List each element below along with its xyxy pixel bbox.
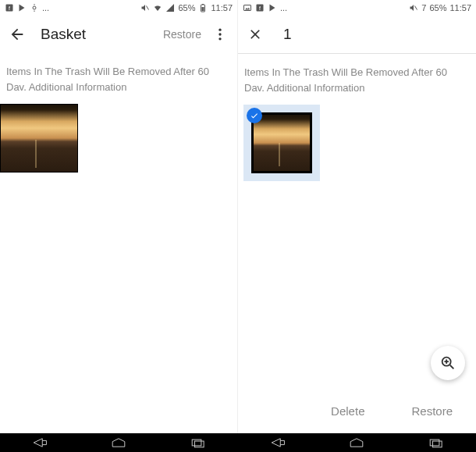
svg-marker-2: [20, 5, 25, 12]
svg-rect-25: [195, 441, 204, 447]
svg-marker-7: [166, 4, 174, 12]
svg-point-13: [218, 37, 221, 40]
svg-point-3: [33, 6, 36, 9]
mute-icon: [409, 3, 418, 12]
screen-basket: f ... 65% 11:57 Basket Restore: [0, 0, 238, 433]
status-extra: 7: [421, 3, 426, 12]
screen-selection: f ... 7 65% 11:57 1 Items In The Trash W…: [238, 0, 476, 433]
mute-icon: [140, 3, 150, 12]
svg-text:f: f: [9, 5, 10, 11]
weather-icon: [30, 3, 39, 12]
picture-icon: [243, 3, 252, 12]
time-text: 11:57: [211, 3, 233, 12]
status-left-icons: f ...: [5, 3, 49, 12]
svg-line-19: [415, 6, 417, 10]
play-store-icon: [17, 3, 27, 12]
svg-rect-27: [433, 441, 442, 447]
svg-point-12: [218, 33, 221, 35]
status-bar: f ... 65% 11:57: [0, 0, 237, 16]
status-bar: f ... 7 65% 11:57: [238, 0, 476, 16]
more-vert-icon[interactable]: [209, 23, 231, 45]
bottom-action-bar: Delete Restore: [238, 404, 476, 418]
status-more: ...: [42, 3, 49, 12]
svg-rect-26: [430, 440, 439, 446]
trash-info-line2: Dav. Additional Information: [244, 80, 470, 96]
app-bar: Basket Restore: [0, 16, 237, 53]
wifi-icon: [153, 3, 162, 12]
svg-rect-24: [192, 440, 201, 446]
svg-rect-10: [202, 4, 204, 5]
status-more: ...: [280, 3, 287, 12]
nav-home-icon[interactable]: [346, 437, 367, 448]
trash-info-line1: Items In The Trash Will Be Removed After…: [244, 65, 470, 80]
battery-text: 65%: [429, 3, 446, 12]
play-store-icon: [268, 3, 277, 12]
status-right: 65% 11:57: [140, 3, 233, 12]
svg-line-6: [147, 6, 149, 10]
selection-count: 1: [283, 26, 292, 43]
svg-text:f: f: [259, 5, 261, 11]
zoom-in-icon[interactable]: [431, 346, 465, 380]
trash-info: Items In The Trash Will Be Removed After…: [0, 53, 237, 98]
svg-line-21: [450, 365, 454, 369]
check-icon: [247, 108, 262, 123]
facebook-icon: f: [5, 3, 14, 12]
back-arrow-icon[interactable]: [6, 23, 28, 45]
selection-app-bar: 1: [238, 16, 476, 53]
trash-info-line1: Items In The Trash Will Be Removed After…: [6, 64, 231, 80]
svg-marker-15: [245, 8, 250, 10]
nav-recent-icon[interactable]: [188, 437, 208, 448]
signal-icon: [165, 3, 175, 12]
photo-thumbnail-selected[interactable]: [243, 105, 320, 181]
nav-home-icon[interactable]: [108, 437, 129, 448]
close-icon[interactable]: [244, 23, 266, 45]
battery-icon: [198, 3, 208, 12]
nav-back-icon[interactable]: [30, 437, 50, 448]
trash-info-line2: Dav. Additional Information: [6, 80, 231, 95]
thumbnail-grid: [0, 98, 237, 173]
photo-thumbnail: [251, 112, 312, 173]
delete-button[interactable]: Delete: [331, 404, 364, 418]
thumbnail-grid: [238, 98, 476, 181]
photo-thumbnail[interactable]: [0, 104, 78, 173]
status-left-icons: f ...: [243, 3, 287, 12]
status-right: 7 65% 11:57: [409, 3, 471, 12]
restore-all-button[interactable]: Restore: [162, 25, 203, 44]
page-title: Basket: [41, 26, 86, 43]
battery-text: 65%: [178, 3, 195, 12]
time-text: 11:57: [449, 3, 471, 12]
restore-button[interactable]: Restore: [411, 404, 453, 418]
trash-info: Items In The Trash Will Be Removed After…: [238, 54, 476, 98]
svg-rect-9: [202, 7, 204, 11]
nav-back-icon[interactable]: [268, 437, 288, 448]
svg-point-11: [218, 29, 221, 31]
facebook-icon: f: [255, 3, 265, 12]
nav-recent-icon[interactable]: [426, 437, 446, 448]
svg-marker-18: [270, 5, 275, 12]
system-nav-bar: [0, 433, 476, 452]
